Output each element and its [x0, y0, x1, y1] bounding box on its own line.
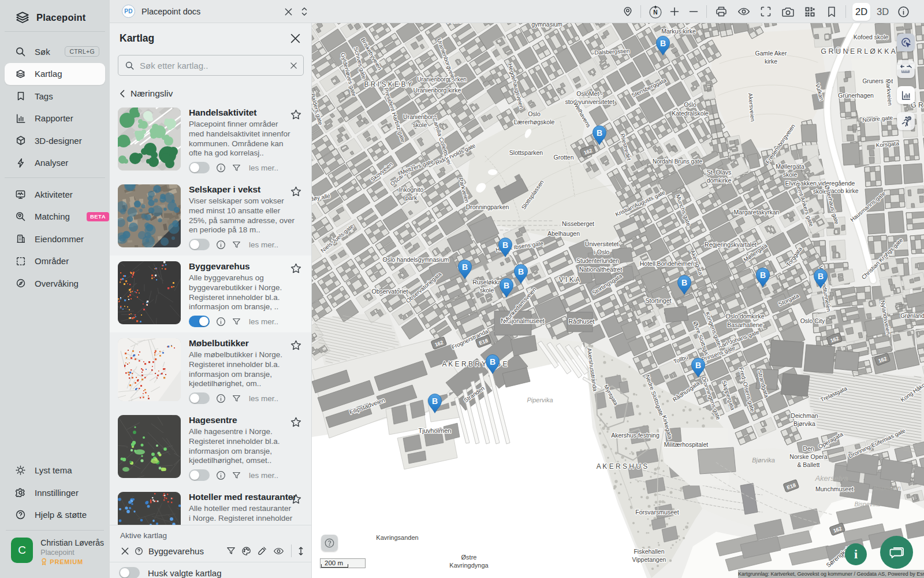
svg-text:Basarhallene: Basarhallene — [727, 321, 762, 328]
svg-text:kirke: kirke — [765, 58, 777, 65]
svg-text:B: B — [462, 262, 468, 272]
svg-text:B: B — [490, 357, 495, 366]
svg-text:Lærerhøgskole: Lærerhøgskole — [514, 118, 555, 125]
svg-text:Katedralskole: Katedralskole — [672, 110, 709, 117]
svg-text:Bjørvika: Bjørvika — [752, 457, 775, 464]
svg-text:B: B — [681, 278, 687, 287]
svg-text:B: B — [502, 240, 508, 250]
svg-text:A K E R S H U S: A K E R S H U S — [597, 462, 648, 470]
svg-text:Kavringsanden: Kavringsanden — [376, 534, 418, 541]
svg-text:Møllergata: Møllergata — [776, 163, 804, 170]
svg-text:i Oslo: i Oslo — [594, 249, 610, 255]
svg-text:B: B — [660, 39, 666, 48]
svg-text:Østre: Østre — [461, 554, 477, 561]
svg-text:domkirke: domkirke — [707, 177, 732, 184]
svg-text:B: B — [695, 361, 701, 370]
svg-text:Hotell Bondeheimen: Hotell Bondeheimen — [640, 260, 695, 267]
svg-text:Grotten: Grotten — [553, 154, 573, 161]
svg-text:Den: Den — [803, 445, 814, 452]
svg-text:Kofoed skole: Kofoed skole — [854, 34, 889, 40]
svg-text:G R Ü N E R L Ø K K A: G R Ü N E R L Ø K K A — [821, 47, 896, 55]
svg-text:N: N — [653, 9, 657, 15]
svg-text:Grønland: Grønland — [900, 313, 924, 319]
svg-text:OsloMet -: OsloMet - — [576, 90, 603, 97]
svg-text:Vippetangen: Vippetangen — [632, 556, 666, 563]
svg-text:B: B — [518, 267, 524, 276]
svg-text:Uranienborg kirke: Uranienborg kirke — [413, 87, 461, 94]
svg-text:Abelhaugen: Abelhaugen — [547, 230, 580, 237]
svg-text:Akerselva: Akerselva — [814, 474, 848, 483]
svg-text:V I K A: V I K A — [559, 276, 580, 284]
svg-text:Bispekilen: Bispekilen — [873, 484, 901, 491]
svg-text:Bjørvika: Bjørvika — [793, 420, 815, 427]
svg-text:Oslo handelsgymnasium: Oslo handelsgymnasium — [383, 256, 449, 263]
svg-text:& Ballett: & Ballett — [797, 461, 819, 468]
svg-text:Tjuvholmen: Tjuvholmen — [419, 427, 452, 434]
svg-text:Oslo: Oslo — [684, 101, 696, 108]
svg-text:Markus kirke: Markus kirke — [661, 28, 696, 35]
svg-text:B: B — [760, 271, 766, 280]
svg-text:gymnasium: gymnasium — [531, 23, 562, 28]
svg-text:Regjeringskvartalet: Regjeringskvartalet — [705, 241, 757, 248]
svg-text:Munchmuseet: Munchmuseet — [815, 486, 854, 492]
svg-text:Inkognito: Inkognito — [399, 186, 424, 193]
svg-text:Ruseløkka: Ruseløkka — [472, 279, 501, 286]
svg-text:B: B — [818, 272, 824, 281]
svg-text:Universitetet: Universitetet — [585, 240, 619, 247]
svg-text:Grünerhagen: Grünerhagen — [838, 92, 874, 99]
svg-text:Nisseberget: Nisseberget — [562, 220, 594, 227]
svg-text:park: park — [405, 194, 418, 201]
svg-text:Rådhuset: Rådhuset — [569, 318, 595, 325]
svg-text:Observatoriet: Observatoriet — [371, 288, 408, 295]
svg-text:Oslo: Oslo — [528, 110, 541, 117]
svg-text:Forsvarsmuseet: Forsvarsmuseet — [635, 509, 679, 516]
svg-text:Akershus festning: Akershus festning — [611, 432, 660, 439]
svg-text:skole: skole — [413, 121, 427, 128]
svg-text:B: B — [504, 281, 509, 290]
svg-text:Slottsparken: Slottsparken — [509, 149, 543, 156]
svg-text:Bispevika: Bispevika — [855, 501, 881, 507]
svg-text:Norske Opera: Norske Opera — [789, 453, 828, 460]
svg-text:skole: skole — [783, 171, 798, 178]
svg-text:Pipervika: Pipervika — [527, 397, 553, 403]
svg-text:Gamle Aker: Gamle Aker — [755, 50, 787, 57]
svg-text:Oslo domkirke: Oslo domkirke — [725, 313, 764, 320]
svg-text:Margaretakyrkan: Margaretakyrkan — [734, 209, 780, 216]
svg-text:Deichman: Deichman — [791, 412, 818, 419]
svg-text:skole: skole — [480, 287, 494, 294]
svg-text:Kavringdynga: Kavringdynga — [449, 562, 489, 569]
svg-text:Nationaltheatret: Nationaltheatret — [579, 266, 622, 273]
svg-text:Fiskehallen: Fiskehallen — [634, 548, 664, 555]
svg-text:Nordahl Bruns gate: Nordahl Bruns gate — [653, 158, 703, 165]
svg-text:Dronningparken: Dronningparken — [466, 203, 509, 210]
svg-text:Studenterlunden: Studenterlunden — [576, 258, 619, 264]
svg-text:Stortinget: Stortinget — [646, 297, 672, 304]
svg-text:Uranienborgparken: Uranienborgparken — [417, 76, 467, 83]
svg-text:storbyuniversitetet: storbyuniversitetet — [565, 98, 614, 105]
svg-text:Militærhospitalet: Militærhospitalet — [664, 441, 709, 448]
svg-text:Oslo City: Oslo City — [800, 317, 825, 324]
svg-text:B: B — [432, 397, 438, 406]
svg-text:St. Olavs: St. Olavs — [707, 169, 732, 176]
svg-text:B: B — [597, 128, 602, 138]
